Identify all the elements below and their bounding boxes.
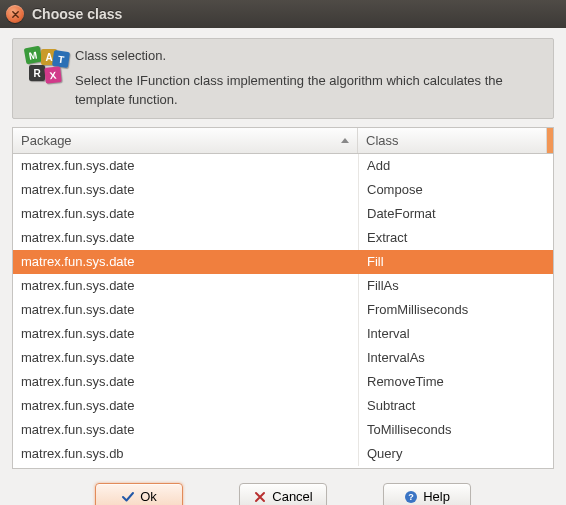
- cell-package: matrex.fun.sys.date: [13, 206, 358, 221]
- cell-package: matrex.fun.sys.db: [13, 446, 358, 461]
- close-icon: [11, 10, 20, 19]
- cancel-button[interactable]: Cancel: [239, 483, 327, 505]
- cell-class: RemoveTime: [358, 370, 553, 394]
- table-row[interactable]: matrex.fun.sys.dateSubtract: [13, 394, 553, 418]
- cell-package: matrex.fun.sys.date: [13, 374, 358, 389]
- sort-ascending-icon: [341, 138, 349, 143]
- check-icon: [121, 490, 135, 504]
- dialog-content: M A T R X Class selection. Select the IF…: [0, 28, 566, 505]
- cell-package: matrex.fun.sys.date: [13, 398, 358, 413]
- info-body: Select the IFunction class implementing …: [75, 72, 543, 110]
- ok-button-label: Ok: [140, 489, 157, 504]
- cell-class: Extract: [358, 226, 553, 250]
- cell-package: matrex.fun.sys.date: [13, 326, 358, 341]
- cell-package: matrex.fun.sys.date: [13, 278, 358, 293]
- cell-class: Fill: [358, 250, 553, 274]
- cell-class: IntervalAs: [358, 346, 553, 370]
- info-title: Class selection.: [75, 47, 543, 66]
- cell-package: matrex.fun.sys.date: [13, 230, 358, 245]
- table-row[interactable]: matrex.fun.sys.dateFromMilliseconds: [13, 298, 553, 322]
- scroll-indicator: [547, 128, 553, 153]
- column-header-package-label: Package: [21, 133, 72, 148]
- cell-class: Compose: [358, 178, 553, 202]
- column-header-class[interactable]: Class: [358, 128, 547, 153]
- cell-package: matrex.fun.sys.date: [13, 422, 358, 437]
- window-close-button[interactable]: [6, 5, 24, 23]
- column-header-class-label: Class: [366, 133, 399, 148]
- cell-class: FillAs: [358, 274, 553, 298]
- table-header: Package Class: [13, 128, 553, 154]
- table-row[interactable]: matrex.fun.sys.dateCompose: [13, 178, 553, 202]
- help-button[interactable]: ? Help: [383, 483, 471, 505]
- cell-package: matrex.fun.sys.date: [13, 254, 358, 269]
- svg-text:?: ?: [408, 492, 414, 502]
- table-row[interactable]: matrex.fun.sys.dateExtract: [13, 226, 553, 250]
- table-row[interactable]: matrex.fun.sys.dbQuery: [13, 442, 553, 466]
- cell-class: FromMilliseconds: [358, 298, 553, 322]
- cell-class: ToMilliseconds: [358, 418, 553, 442]
- table-row[interactable]: matrex.fun.sys.dateToMilliseconds: [13, 418, 553, 442]
- table-row[interactable]: matrex.fun.sys.dateInterval: [13, 322, 553, 346]
- column-header-package[interactable]: Package: [13, 128, 358, 153]
- cancel-icon: [253, 490, 267, 504]
- cell-class: Query: [358, 442, 553, 466]
- table-row[interactable]: matrex.fun.sys.dateFill: [13, 250, 553, 274]
- ok-button[interactable]: Ok: [95, 483, 183, 505]
- help-button-label: Help: [423, 489, 450, 504]
- table-row[interactable]: matrex.fun.sys.dateDateFormat: [13, 202, 553, 226]
- cell-class: Subtract: [358, 394, 553, 418]
- cancel-button-label: Cancel: [272, 489, 312, 504]
- info-panel: M A T R X Class selection. Select the IF…: [12, 38, 554, 119]
- cell-class: Interval: [358, 322, 553, 346]
- app-logo-icon: M A T R X: [23, 47, 65, 89]
- cell-class: DateFormat: [358, 202, 553, 226]
- table-row[interactable]: matrex.fun.sys.dateFillAs: [13, 274, 553, 298]
- table-row[interactable]: matrex.fun.sys.dateIntervalAs: [13, 346, 553, 370]
- table-body: matrex.fun.sys.dateAddmatrex.fun.sys.dat…: [13, 154, 553, 468]
- table-row[interactable]: matrex.fun.sys.dateRemoveTime: [13, 370, 553, 394]
- class-table: Package Class matrex.fun.sys.dateAddmatr…: [12, 127, 554, 469]
- info-text: Class selection. Select the IFunction cl…: [75, 47, 543, 110]
- titlebar: Choose class: [0, 0, 566, 28]
- window-title: Choose class: [32, 6, 122, 22]
- table-row[interactable]: matrex.fun.sys.dateAdd: [13, 154, 553, 178]
- button-bar: Ok Cancel ? Help: [12, 469, 554, 505]
- cell-package: matrex.fun.sys.date: [13, 350, 358, 365]
- cell-package: matrex.fun.sys.date: [13, 302, 358, 317]
- cell-class: Add: [358, 154, 553, 178]
- help-icon: ?: [404, 490, 418, 504]
- cell-package: matrex.fun.sys.date: [13, 182, 358, 197]
- cell-package: matrex.fun.sys.date: [13, 158, 358, 173]
